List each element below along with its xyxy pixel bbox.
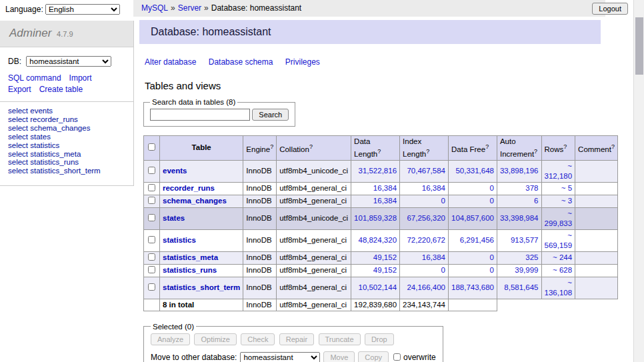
index-length-cell-link[interactable]: 70,467,584 <box>407 167 445 175</box>
data-free-cell-link[interactable]: 0 <box>490 266 494 274</box>
logout-button[interactable]: Logout <box>592 3 628 15</box>
language-select[interactable]: English <box>45 4 120 15</box>
row-checkbox[interactable] <box>148 283 155 291</box>
data-length-cell-link[interactable]: 10,502,144 <box>358 283 397 291</box>
data-length-cell: 16,384 <box>351 182 400 195</box>
table-name-link[interactable]: states <box>163 214 185 222</box>
import-link[interactable]: Import <box>69 73 92 83</box>
index-length-cell-link[interactable]: 0 <box>441 266 445 274</box>
search-fieldset: Search data in tables (8) Search <box>143 98 295 127</box>
data-free-cell-link[interactable]: 50,331,648 <box>455 167 494 175</box>
rows-cell-link[interactable]: ~ 312,180 <box>545 162 573 180</box>
sql-command-link[interactable]: SQL command <box>8 73 61 83</box>
data-free-cell-link[interactable]: 0 <box>490 253 494 261</box>
select-statistics-meta-link[interactable]: select statistics_meta <box>8 150 81 158</box>
select-all-checkbox[interactable] <box>148 143 155 151</box>
data-free-cell-link[interactable]: 0 <box>490 197 494 205</box>
select-statistics-runs-link[interactable]: select statistics_runs <box>8 158 79 166</box>
select-schema-changes-link[interactable]: select schema_changes <box>8 124 90 132</box>
select-statistics-link[interactable]: select statistics <box>8 141 59 149</box>
auto-increment-cell: 33,398,984 <box>497 207 541 229</box>
export-link[interactable]: Export <box>8 85 31 94</box>
repair-button[interactable]: Repair <box>279 333 314 345</box>
rows-cell-link[interactable]: ~ 628 <box>553 266 572 274</box>
rows-cell-link[interactable]: ~ 244 <box>553 253 572 261</box>
select-events-link[interactable]: select events <box>8 107 53 115</box>
auto-increment-cell-link[interactable]: 33,898,196 <box>500 167 539 175</box>
data-length-cell-link[interactable]: 49,152 <box>373 253 397 261</box>
data-free-cell-link[interactable]: 0 <box>490 184 494 192</box>
table-name-link[interactable]: schema_changes <box>163 197 227 205</box>
index-length-cell: 0 <box>400 195 449 207</box>
overwrite-checkbox[interactable] <box>393 353 401 361</box>
truncate-button[interactable]: Truncate <box>319 333 361 345</box>
column-header-engine: Engine? <box>243 136 277 161</box>
rows-cell-link[interactable]: ~ 136,108 <box>545 279 573 297</box>
drop-button[interactable]: Drop <box>365 333 394 345</box>
auto-increment-cell-link[interactable]: 378 <box>525 184 538 192</box>
table-name-link[interactable]: events <box>163 167 187 175</box>
data-free-cell-link[interactable]: 6,291,456 <box>460 236 494 244</box>
breadcrumb-mysql-link[interactable]: MySQL <box>141 3 168 13</box>
table-name-link[interactable]: statistics_meta <box>163 253 218 261</box>
rows-cell-link[interactable]: ~ 5 <box>561 184 572 192</box>
select-states-link[interactable]: select states <box>8 133 51 141</box>
scrollbar-thumb[interactable] <box>635 17 643 75</box>
alter-database-link[interactable]: Alter database <box>145 57 196 67</box>
row-checkbox[interactable] <box>148 236 155 243</box>
table-name-link[interactable]: recorder_runs <box>163 184 215 192</box>
data-length-cell-link[interactable]: 101,859,328 <box>354 214 397 222</box>
data-length-cell-link[interactable]: 48,824,320 <box>358 236 397 244</box>
data-free-cell-link[interactable]: 188,743,680 <box>451 283 494 291</box>
row-checkbox[interactable] <box>148 184 155 191</box>
auto-increment-cell-link[interactable]: 325 <box>525 253 538 261</box>
select-recorder-runs-link[interactable]: select recorder_runs <box>8 115 78 123</box>
index-length-cell-link[interactable]: 72,220,672 <box>407 236 445 244</box>
auto-increment-cell-link[interactable]: 8,581,645 <box>504 283 538 291</box>
row-checkbox[interactable] <box>148 253 155 261</box>
optimize-button[interactable]: Optimize <box>194 333 236 345</box>
auto-increment-cell-link[interactable]: 39,999 <box>515 266 538 274</box>
column-hint: ? <box>309 143 313 150</box>
analyze-button[interactable]: Analyze <box>151 333 190 345</box>
select-statistics-short-term-link[interactable]: select statistics_short_term <box>8 167 101 175</box>
index-length-cell-link[interactable]: 16,384 <box>422 184 445 192</box>
breadcrumb-server-link[interactable]: Server <box>178 3 201 13</box>
privileges-link[interactable]: Privileges <box>285 57 320 67</box>
data-length-cell-link[interactable]: 16,384 <box>373 197 397 205</box>
search-input[interactable] <box>150 109 250 121</box>
auto-increment-cell-link[interactable]: 6 <box>534 197 538 205</box>
row-checkbox[interactable] <box>148 214 155 221</box>
auto-increment-cell-link[interactable]: 913,577 <box>511 236 539 244</box>
search-button[interactable]: Search <box>252 109 289 121</box>
copy-button[interactable]: Copy <box>358 351 389 362</box>
rows-cell-link[interactable]: ~ 299,833 <box>545 209 573 227</box>
row-checkbox[interactable] <box>148 266 155 273</box>
index-length-cell-link[interactable]: 24,166,400 <box>407 283 445 291</box>
data-length-cell-link[interactable]: 31,522,816 <box>358 167 397 175</box>
move-db-select[interactable]: homeassistant <box>240 352 320 362</box>
move-button[interactable]: Move <box>323 351 355 362</box>
table-name-link[interactable]: statistics_runs <box>163 266 217 274</box>
rows-cell-link[interactable]: ~ 569,159 <box>545 231 573 249</box>
table-name-link[interactable]: statistics_short_term <box>163 283 240 291</box>
column-hint: ? <box>270 143 273 150</box>
tables-table: TableEngine?Collation?Data Length?Index … <box>143 135 618 311</box>
create-table-sidebar-link[interactable]: Create table <box>39 85 83 94</box>
db-select[interactable]: homeassistant <box>26 56 111 67</box>
app-name-link[interactable]: Adminer <box>9 27 51 39</box>
vertical-scrollbar[interactable] <box>633 0 644 362</box>
check-button[interactable]: Check <box>241 333 275 345</box>
data-length-cell-link[interactable]: 49,152 <box>373 266 397 274</box>
database-schema-link[interactable]: Database schema <box>209 57 273 67</box>
table-name-link[interactable]: statistics <box>163 236 196 244</box>
auto-increment-cell-link[interactable]: 33,398,984 <box>500 214 539 222</box>
index-length-cell-link[interactable]: 16,384 <box>422 253 445 261</box>
index-length-cell-link[interactable]: 0 <box>441 197 445 205</box>
rows-cell-link[interactable]: ~ 3 <box>561 197 572 205</box>
data-length-cell-link[interactable]: 16,384 <box>373 184 397 192</box>
row-checkbox[interactable] <box>148 167 155 174</box>
row-checkbox[interactable] <box>148 197 155 204</box>
data-free-cell-link[interactable]: 104,857,600 <box>451 214 494 222</box>
index-length-cell-link[interactable]: 67,256,320 <box>407 214 445 222</box>
